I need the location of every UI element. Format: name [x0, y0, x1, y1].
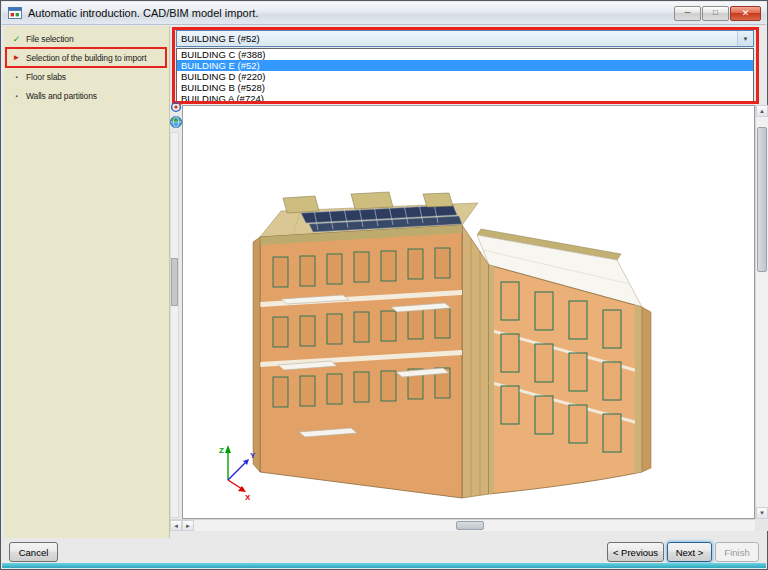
wizard-sidebar: ✓ File selection ► Selection of the buil… [4, 26, 170, 538]
building-combobox[interactable]: BUILDING E (#52) ▼ [176, 30, 754, 47]
cancel-button[interactable]: Cancel [9, 542, 58, 562]
dropdown-option-selected[interactable]: BUILDING E (#52) [177, 60, 753, 71]
step-walls-partitions[interactable]: ▪ Walls and partitions [4, 86, 169, 105]
axis-z-label: Z [219, 446, 224, 455]
previous-button[interactable]: < Previous [607, 542, 664, 562]
bullet-icon: ▪ [12, 93, 21, 99]
scroll-track[interactable] [194, 520, 755, 531]
maximize-button[interactable]: □ [702, 6, 729, 21]
scroll-right-button[interactable]: ► [182, 520, 194, 531]
left-scrollbar[interactable] [170, 132, 179, 518]
titlebar[interactable]: Automatic introduction. CAD/BIM model im… [2, 2, 766, 25]
bullet-icon: ▪ [12, 74, 21, 80]
orbit-view-icon[interactable] [169, 100, 183, 114]
scroll-thumb[interactable] [757, 127, 767, 272]
building-model: Z Y X [183, 106, 754, 518]
step-label: Selection of the building to import [26, 53, 146, 63]
right-arrow-icon: ► [185, 523, 191, 529]
combobox-value: BUILDING E (#52) [177, 33, 737, 44]
finish-button: Finish [715, 542, 759, 562]
dropdown-option[interactable]: BUILDING D (#220) [177, 71, 753, 82]
step-floor-slabs[interactable]: ▪ Floor slabs [4, 67, 169, 86]
down-arrow-icon: ▼ [759, 510, 765, 516]
building-dropdown-list: BUILDING C (#388) BUILDING E (#52) BUILD… [176, 48, 754, 102]
dropdown-option[interactable]: BUILDING B (#528) [177, 82, 753, 93]
step-file-selection[interactable]: ✓ File selection [4, 29, 169, 48]
scroll-thumb[interactable] [171, 258, 178, 306]
minimize-button[interactable]: ─ [674, 6, 701, 21]
window-controls: ─ □ ✕ [674, 6, 761, 21]
window-title: Automatic introduction. CAD/BIM model im… [28, 7, 258, 19]
next-button[interactable]: Next > [667, 542, 712, 562]
axis-x-label: X [245, 493, 251, 502]
scroll-track[interactable] [756, 117, 768, 507]
close-button[interactable]: ✕ [730, 6, 761, 21]
scroll-down-button[interactable]: ▼ [756, 507, 768, 519]
chevron-down-icon: ▼ [743, 36, 749, 42]
step-building-selection[interactable]: ► Selection of the building to import [4, 48, 169, 67]
axis-y-label: Y [250, 451, 256, 460]
step-label: File selection [26, 34, 74, 44]
scroll-thumb[interactable] [456, 521, 484, 530]
current-step-arrow-icon: ► [12, 53, 21, 62]
vertical-scrollbar[interactable]: ▲ ▼ [755, 105, 768, 519]
corner-band [462, 225, 489, 498]
globe-icon[interactable] [169, 115, 183, 129]
step-label: Floor slabs [26, 72, 66, 82]
left-arrow-icon: ◄ [173, 523, 179, 529]
dialog-window: Automatic introduction. CAD/BIM model im… [0, 0, 768, 570]
scroll-up-button[interactable]: ▲ [756, 105, 768, 117]
window-border-bottom [2, 563, 766, 568]
check-icon: ✓ [12, 34, 21, 44]
app-icon [7, 5, 23, 21]
scroll-left-button[interactable]: ◄ [170, 520, 182, 531]
dropdown-option[interactable]: BUILDING A (#724) [177, 93, 753, 104]
left-facade [253, 225, 462, 498]
step-label: Walls and partitions [26, 91, 97, 101]
viewport-toolbar [169, 100, 183, 129]
dropdown-option[interactable]: BUILDING C (#388) [177, 49, 753, 60]
horizontal-scrollbar[interactable]: ◄ ► [170, 519, 755, 531]
scrollbar-corner [755, 519, 768, 531]
3d-viewport[interactable]: Z Y X [182, 105, 755, 519]
axis-triad: Z Y X [219, 445, 256, 502]
up-arrow-icon: ▲ [759, 108, 765, 114]
combobox-dropdown-button[interactable]: ▼ [737, 31, 753, 46]
